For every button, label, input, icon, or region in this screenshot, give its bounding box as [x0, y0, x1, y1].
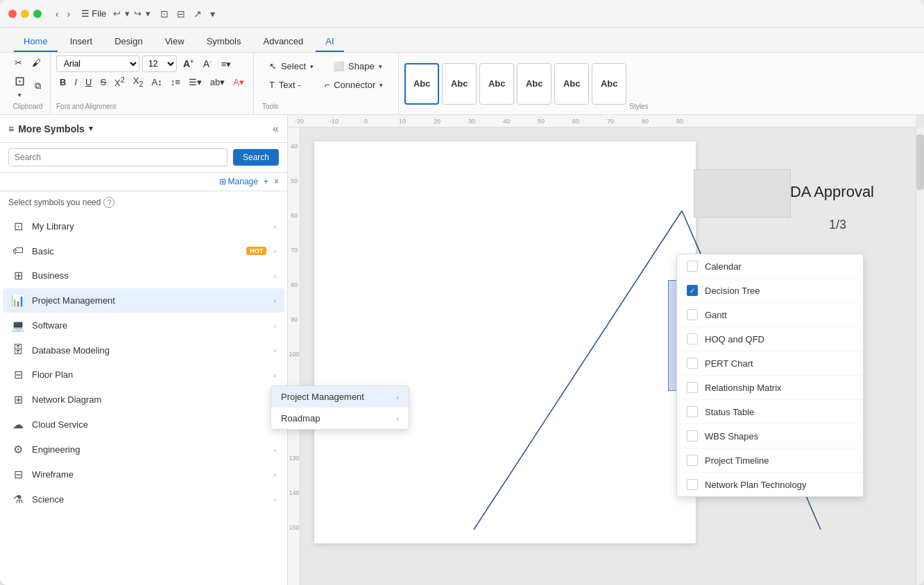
help-icon[interactable]: ? [103, 197, 114, 208]
hoq-qfd-checkbox[interactable] [687, 333, 698, 344]
copy-button[interactable]: ⧉ [31, 78, 44, 94]
sidebar-item-wireframe[interactable]: ⊟ Wireframe › [3, 462, 284, 487]
style-swatch-5[interactable]: Abc [554, 63, 589, 105]
sidebar-item-floor-plan[interactable]: ⊟ Floor Plan › [3, 363, 284, 387]
increase-font-button[interactable]: A+ [180, 56, 197, 71]
italic-button[interactable]: I [71, 75, 80, 89]
underline-button[interactable]: U [82, 75, 95, 89]
connector-tool-button[interactable]: ⌐ Connector ▾ [318, 77, 391, 93]
file-menu-button[interactable]: ☰ File [81, 8, 106, 19]
tab-design[interactable]: Design [105, 32, 152, 52]
checklist-item-network-plan[interactable]: Network Plan Technology [677, 473, 863, 496]
style-swatch-1[interactable]: Abc [404, 63, 439, 105]
maximize-window-button[interactable] [33, 10, 42, 18]
save-icon-button[interactable]: ⊡ [157, 7, 171, 21]
gantt-checkbox[interactable] [687, 309, 698, 320]
bold-button[interactable]: B [56, 75, 69, 89]
undo-dropdown-button[interactable]: ▾ [123, 7, 131, 20]
shape-tool-button[interactable]: ⬜ Shape ▾ [326, 58, 389, 74]
tab-insert[interactable]: Insert [60, 32, 103, 52]
sidebar-item-science[interactable]: ⚗ Science › [3, 487, 284, 512]
business-arrow: › [273, 272, 276, 280]
strikethrough-button[interactable]: S [96, 75, 110, 89]
sidebar-item-engineering[interactable]: ⚙ Engineering › [3, 437, 284, 462]
checklist-item-pert-chart[interactable]: PERT Chart [677, 351, 863, 376]
checklist-item-project-timeline[interactable]: Project Timeline [677, 448, 863, 473]
status-table-checkbox[interactable] [687, 406, 698, 417]
tab-advanced[interactable]: Advanced [253, 32, 313, 52]
tab-ai[interactable]: AI [316, 32, 343, 52]
undo-button[interactable]: ↩ [112, 7, 122, 20]
text-tool-button[interactable]: T Text - [262, 77, 312, 93]
svg-text:10: 10 [399, 118, 406, 125]
project-timeline-checkbox[interactable] [687, 455, 698, 466]
paste-button[interactable]: ⊡▾ [11, 71, 28, 101]
checklist-item-decision-tree[interactable]: ✓ Decision Tree [677, 279, 863, 303]
font-size-select[interactable]: 12 [142, 55, 177, 72]
tab-home[interactable]: Home [14, 32, 58, 52]
canvas-area[interactable]: -20 -10 0 10 20 30 40 50 60 70 80 90 40 [288, 115, 924, 585]
more-icon-button[interactable]: ▾ [207, 7, 218, 21]
sidebar-item-my-library[interactable]: ⊡ My Library › [3, 214, 284, 238]
cut-button[interactable]: ✂ [11, 55, 26, 70]
close-symbol-button[interactable]: × [274, 177, 279, 186]
sidebar-item-business[interactable]: ⊞ Business › [3, 263, 284, 288]
checklist-item-status-table[interactable]: Status Table [677, 400, 863, 424]
style-swatch-4[interactable]: Abc [517, 63, 551, 105]
pm-submenu-item-pm[interactable]: Project Management › [271, 386, 409, 408]
subscript-button[interactable]: X2 [130, 73, 147, 90]
text-wrap-button[interactable]: ab▾ [207, 75, 228, 89]
vertical-scrollbar[interactable] [916, 128, 924, 585]
font-top-align-button[interactable]: A↕ [148, 75, 165, 89]
align-button[interactable]: ≡▾ [218, 57, 235, 71]
checklist-item-hoq-qfd[interactable]: HOQ and QFD [677, 327, 863, 351]
decision-tree-checkbox[interactable]: ✓ [687, 285, 698, 296]
manage-button[interactable]: ⊞ Manage [219, 177, 258, 186]
pm-submenu-item-roadmap[interactable]: Roadmap › [271, 408, 409, 429]
sidebar-item-software[interactable]: 💻 Software › [3, 313, 284, 338]
sidebar-item-basic[interactable]: 🏷 Basic HOT › [3, 239, 284, 263]
style-swatch-6[interactable]: Abc [592, 63, 626, 105]
superscript-button[interactable]: X2 [111, 73, 128, 90]
select-tool-button[interactable]: ↖ Select ▾ [262, 58, 320, 74]
sidebar-collapse-button[interactable]: « [273, 123, 279, 135]
redo-dropdown-button[interactable]: ▾ [144, 7, 152, 20]
font-color-button[interactable]: A▾ [230, 75, 248, 89]
sidebar-search-input[interactable] [8, 148, 228, 166]
sidebar-item-network-diagram[interactable]: ⊞ Network Diagram › [3, 387, 284, 412]
sidebar-search-button[interactable]: Search [233, 149, 279, 166]
sidebar-item-cloud-service[interactable]: ☁ Cloud Service › [3, 412, 284, 437]
sidebar-dropdown-icon[interactable]: ▾ [89, 124, 93, 133]
checklist-item-calendar[interactable]: Calendar [677, 254, 863, 279]
add-symbol-button[interactable]: + [264, 177, 268, 186]
tab-view[interactable]: View [155, 32, 194, 52]
format-painter-button[interactable]: 🖌 [28, 55, 44, 70]
font-family-select[interactable]: Arial [56, 55, 139, 72]
share-icon-button[interactable]: ↗ [191, 7, 205, 21]
sidebar-item-database-modeling[interactable]: 🗄 Database Modeling › [3, 338, 284, 362]
relationship-matrix-checkbox[interactable] [687, 382, 698, 393]
tab-symbols[interactable]: Symbols [197, 32, 251, 52]
svg-text:90: 90 [291, 316, 298, 323]
close-window-button[interactable] [8, 10, 17, 18]
checklist-item-wbs-shapes[interactable]: WBS Shapes [677, 424, 863, 448]
pert-chart-checkbox[interactable] [687, 358, 698, 369]
forward-button[interactable]: › [65, 7, 74, 21]
line-spacing-button[interactable]: ↕≡ [167, 75, 184, 89]
sidebar-item-project-management[interactable]: 📊 Project Management › [3, 288, 284, 313]
software-label: Software [32, 320, 266, 331]
network-plan-checkbox[interactable] [687, 479, 698, 490]
style-swatch-3[interactable]: Abc [479, 63, 514, 105]
monitor-icon-button[interactable]: ⊟ [174, 7, 188, 21]
minimize-window-button[interactable] [21, 10, 29, 18]
checklist-item-relationship-matrix[interactable]: Relationship Matrix [677, 376, 863, 400]
checklist-item-gantt[interactable]: Gantt [677, 303, 863, 327]
wbs-shapes-checkbox[interactable] [687, 430, 698, 442]
style-swatch-2[interactable]: Abc [442, 63, 477, 105]
calendar-checkbox[interactable] [687, 261, 698, 272]
scrollbar-thumb[interactable] [916, 134, 924, 190]
list-button[interactable]: ☰▾ [185, 75, 205, 89]
back-button[interactable]: ‹ [53, 7, 62, 21]
decrease-font-button[interactable]: A- [200, 56, 215, 71]
redo-button[interactable]: ↪ [132, 7, 143, 20]
